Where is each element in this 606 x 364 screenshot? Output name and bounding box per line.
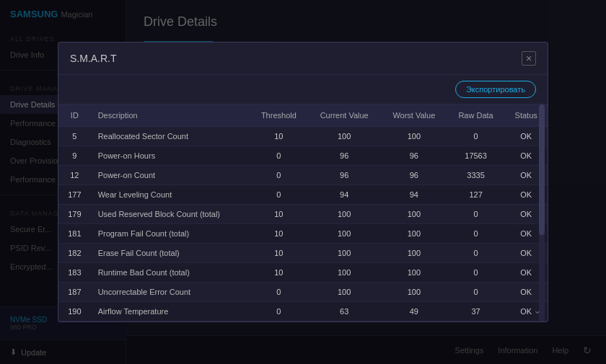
cell-current: 96	[307, 166, 380, 185]
cell-raw: 3335	[447, 166, 505, 185]
table-row: 190 Airflow Temperature 0 63 49 37 OK	[58, 302, 548, 321]
cell-description: Power-on Hours	[91, 146, 250, 166]
scroll-thumb	[539, 105, 545, 235]
table-row: 183 Runtime Bad Count (total) 10 100 100…	[58, 263, 548, 283]
smart-table-wrapper: ID Description Threshold Current Value W…	[58, 105, 548, 321]
col-worst-value: Worst Value	[381, 105, 447, 127]
cell-id: 9	[58, 146, 91, 166]
cell-threshold: 0	[250, 302, 307, 321]
cell-raw: 0	[447, 283, 505, 302]
table-row: 179 Used Reserved Block Count (total) 10…	[58, 205, 548, 224]
cell-current: 63	[307, 302, 380, 321]
col-id: ID	[58, 105, 91, 127]
cell-current: 94	[307, 185, 380, 205]
cell-id: 177	[58, 185, 91, 205]
cell-id: 181	[58, 224, 91, 244]
cell-raw: 0	[447, 244, 505, 263]
modal-header: S.M.A.R.T ×	[58, 43, 548, 75]
cell-current: 100	[307, 127, 380, 146]
export-button[interactable]: Экспортировать	[455, 81, 536, 98]
cell-worst: 100	[381, 263, 447, 283]
cell-raw: 17563	[447, 146, 505, 166]
cell-threshold: 0	[250, 146, 307, 166]
scrollbar[interactable]	[539, 105, 545, 321]
table-row: 9 Power-on Hours 0 96 96 17563 OK	[58, 146, 548, 166]
cell-threshold: 10	[250, 224, 307, 244]
cell-worst: 96	[381, 166, 447, 185]
cell-raw: 0	[447, 127, 505, 146]
modal-overlay: S.M.A.R.T × Экспортировать ID Descriptio…	[0, 0, 606, 364]
cell-description: Power-on Count	[91, 166, 250, 185]
cell-id: 12	[58, 166, 91, 185]
cell-current: 100	[307, 283, 380, 302]
smart-table: ID Description Threshold Current Value W…	[58, 105, 548, 321]
cell-id: 183	[58, 263, 91, 283]
cell-threshold: 10	[250, 127, 307, 146]
cell-current: 96	[307, 146, 380, 166]
cell-raw: 127	[447, 185, 505, 205]
cell-worst: 96	[381, 146, 447, 166]
modal-title: S.M.A.R.T	[70, 53, 117, 64]
cell-threshold: 10	[250, 263, 307, 283]
cell-description: Reallocated Sector Count	[91, 127, 250, 146]
table-row: 12 Power-on Count 0 96 96 3335 OK	[58, 166, 548, 185]
app-background: SAMSUNG Magician ALL DRIVES Drive Info D…	[0, 0, 606, 364]
cell-current: 100	[307, 224, 380, 244]
cell-description: Runtime Bad Count (total)	[91, 263, 250, 283]
cell-raw: 0	[447, 224, 505, 244]
cell-id: 5	[58, 127, 91, 146]
modal-toolbar: Экспортировать	[58, 75, 548, 105]
col-threshold: Threshold	[250, 105, 307, 127]
table-header: ID Description Threshold Current Value W…	[58, 105, 548, 127]
table-row: 182 Erase Fail Count (total) 10 100 100 …	[58, 244, 548, 263]
cell-worst: 100	[381, 283, 447, 302]
cell-id: 179	[58, 205, 91, 224]
cell-id: 182	[58, 244, 91, 263]
modal-close-button[interactable]: ×	[522, 51, 536, 66]
cell-current: 100	[307, 263, 380, 283]
table-body: 5 Reallocated Sector Count 10 100 100 0 …	[58, 127, 548, 321]
table-row: 177 Wear Leveling Count 0 94 94 127 OK	[58, 185, 548, 205]
cell-raw: 0	[447, 263, 505, 283]
table-row: 187 Uncorrectable Error Count 0 100 100 …	[58, 283, 548, 302]
cell-description: Wear Leveling Count	[91, 185, 250, 205]
cell-current: 100	[307, 205, 380, 224]
cell-current: 100	[307, 244, 380, 263]
cell-threshold: 0	[250, 166, 307, 185]
table-row: 5 Reallocated Sector Count 10 100 100 0 …	[58, 127, 548, 146]
cell-id: 190	[58, 302, 91, 321]
scroll-down-arrow[interactable]: ⌄	[533, 304, 542, 316]
cell-description: Uncorrectable Error Count	[91, 283, 250, 302]
col-raw-data: Raw Data	[447, 105, 505, 127]
cell-threshold: 0	[250, 185, 307, 205]
smart-modal: S.M.A.R.T × Экспортировать ID Descriptio…	[58, 42, 548, 322]
cell-worst: 100	[381, 205, 447, 224]
cell-description: Erase Fail Count (total)	[91, 244, 250, 263]
cell-id: 187	[58, 283, 91, 302]
cell-threshold: 10	[250, 205, 307, 224]
table-row: 181 Program Fail Count (total) 10 100 10…	[58, 224, 548, 244]
cell-raw: 0	[447, 205, 505, 224]
cell-worst: 100	[381, 244, 447, 263]
cell-worst: 100	[381, 224, 447, 244]
cell-worst: 94	[381, 185, 447, 205]
cell-raw: 37	[447, 302, 505, 321]
cell-description: Airflow Temperature	[91, 302, 250, 321]
cell-worst: 100	[381, 127, 447, 146]
cell-description: Used Reserved Block Count (total)	[91, 205, 250, 224]
cell-worst: 49	[381, 302, 447, 321]
cell-threshold: 0	[250, 283, 307, 302]
cell-description: Program Fail Count (total)	[91, 224, 250, 244]
col-description: Description	[91, 105, 250, 127]
cell-threshold: 10	[250, 244, 307, 263]
col-current-value: Current Value	[307, 105, 380, 127]
